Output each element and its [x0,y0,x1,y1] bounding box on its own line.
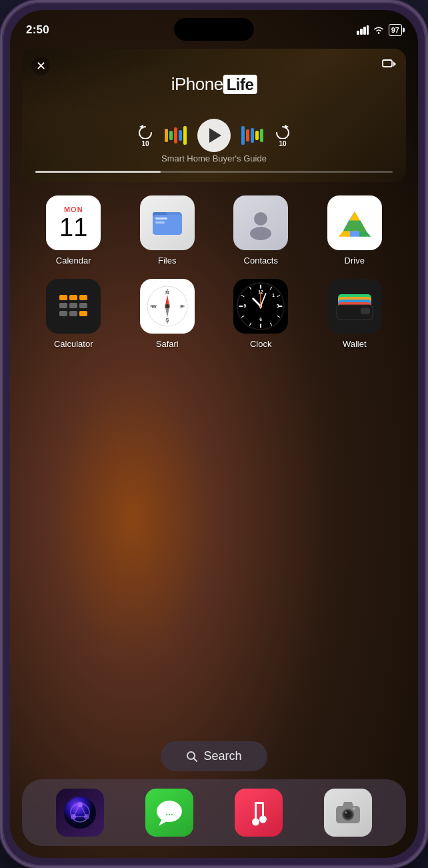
svg-rect-28 [79,295,87,300]
status-time: 2:50 [26,23,49,37]
wifi-icon [373,25,385,35]
volume-up-button[interactable] [0,119,2,155]
calendar-icon: MON 11 [46,195,101,250]
svg-rect-0 [357,31,359,35]
video-logo: iPhoneLife [171,74,257,95]
battery-icon: 97 [389,24,402,36]
ff-label: 10 [279,140,286,147]
play-button[interactable] [197,119,231,152]
fast-forward-button[interactable]: 10 [274,124,291,147]
contacts-app-icon [233,195,288,250]
clock-app-icon: 12 1 3 6 9 [233,279,288,334]
svg-rect-5 [383,60,392,67]
svg-rect-13 [155,222,165,224]
app-label-calendar: Calendar [56,256,91,266]
svg-marker-6 [393,61,396,67]
battery-level: 97 [391,26,399,34]
search-icon [186,751,198,763]
svg-text:E: E [180,304,184,310]
phone-screen: 2:50 97 [10,10,418,858]
svg-line-79 [194,759,197,761]
status-icons: 97 [357,24,402,36]
svg-rect-2 [363,27,366,35]
svg-rect-92 [255,802,257,821]
svg-rect-26 [59,295,67,300]
calculator-app-icon [46,279,101,334]
svg-rect-3 [367,25,369,35]
dynamic-island [174,18,254,41]
dock: ... [22,779,406,846]
app-item-contacts[interactable]: Contacts [217,195,305,266]
app-item-calculator[interactable]: Calculator [30,279,117,349]
svg-point-100 [345,812,347,814]
svg-text:S: S [165,317,169,323]
video-progress-fill [35,171,161,173]
files-icon [140,195,195,250]
video-close-button[interactable]: ✕ [31,57,50,75]
app-label-files: Files [158,256,176,266]
app-label-wallet: Wallet [343,339,367,349]
app-label-clock: Clock [250,339,272,349]
play-icon [209,128,221,143]
svg-rect-34 [79,311,87,316]
video-expand-button[interactable] [382,57,397,74]
svg-point-95 [259,816,267,823]
svg-point-47 [165,304,169,308]
svg-rect-27 [69,295,77,300]
dock-app-camera[interactable] [324,789,372,837]
dock-app-music[interactable] [235,789,283,837]
svg-rect-33 [69,311,77,316]
video-card: ✕ iPhoneLife [22,49,406,182]
svg-rect-29 [59,303,67,308]
svg-rect-31 [79,303,87,308]
app-label-drive: Drive [345,256,365,266]
app-item-drive[interactable]: Drive [311,195,399,266]
svg-point-16 [250,227,271,240]
calendar-day-number: 11 [59,215,87,243]
svg-text:N: N [165,290,169,296]
svg-point-15 [254,212,267,226]
video-progress-bar[interactable] [35,171,393,173]
search-label: Search [203,749,241,763]
phone-frame: 2:50 97 [0,0,428,868]
progress-bars-left [165,126,187,145]
dock-app-ai[interactable] [56,789,104,837]
safari-app-icon: N S W E [140,279,195,334]
rewind-label: 10 [141,140,149,147]
svg-text:...: ... [165,807,173,817]
svg-point-80 [64,797,96,829]
dock-app-messages[interactable]: ... [145,789,193,837]
progress-bars-right [241,126,263,145]
svg-point-101 [353,807,355,810]
svg-rect-30 [69,303,77,308]
svg-text:3: 3 [277,304,279,308]
svg-point-4 [377,32,379,34]
app-item-files[interactable]: Files [124,195,211,266]
app-grid: MON 11 Calendar Files [30,195,398,349]
app-label-contacts: Contacts [244,256,278,266]
svg-point-94 [252,819,259,826]
svg-rect-1 [360,29,363,35]
signal-icon [357,25,369,35]
app-item-clock[interactable]: 12 1 3 6 9 Clock [217,279,305,349]
wallet-app-icon [327,279,382,334]
video-subtitle: Smart Home Buyer's Guide [22,153,406,163]
svg-text:1: 1 [272,293,275,298]
svg-point-71 [260,306,262,308]
video-title: iPhoneLife [171,74,257,95]
app-label-safari: Safari [156,339,179,349]
svg-text:6: 6 [259,317,262,322]
search-bar[interactable]: Search [161,741,267,771]
svg-rect-12 [155,218,167,220]
volume-down-button[interactable] [0,165,2,202]
svg-marker-24 [343,221,366,232]
app-label-calculator: Calculator [54,339,93,349]
app-item-wallet[interactable]: Wallet [311,279,399,349]
app-item-safari[interactable]: N S W E Safari [124,279,211,349]
silent-switch[interactable] [0,82,2,105]
app-item-calendar[interactable]: MON 11 Calendar [30,195,117,266]
svg-rect-32 [59,311,67,316]
rewind-button[interactable]: 10 [137,124,154,147]
drive-app-icon [327,195,382,250]
svg-text:W: W [151,304,157,310]
